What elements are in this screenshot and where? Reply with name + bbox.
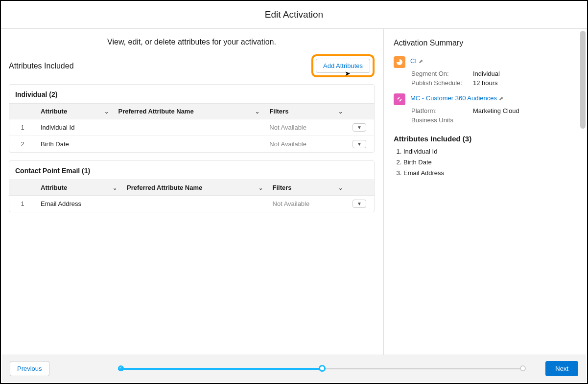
table-row: 1 Individual Id Not Available ▼ <box>9 119 374 136</box>
cell-preferred <box>114 136 265 153</box>
segment-on-label: Segment On: <box>411 70 469 77</box>
contact-point-email-table-section: Contact Point Email (1) Attribute⌄ Prefe… <box>9 160 375 212</box>
external-link-icon: ⬈ <box>499 95 503 101</box>
table-row: 1 Email Address Not Available ▼ <box>9 196 374 212</box>
chevron-down-icon: ⌄ <box>338 108 343 114</box>
col-filters[interactable]: Filters⌄ <box>268 180 348 196</box>
target-icon <box>394 93 405 105</box>
vertical-scrollbar[interactable] <box>579 30 586 356</box>
chevron-down-icon: ⌄ <box>255 108 259 114</box>
cell-preferred <box>122 196 267 212</box>
activation-summary-panel: Activation Summary CI⬈ Segment On:Indivi… <box>384 29 587 355</box>
chevron-down-icon: ⌄ <box>104 108 109 114</box>
progress-step-3[interactable] <box>520 365 526 371</box>
col-filters[interactable]: Filters⌄ <box>264 104 348 119</box>
cell-preferred <box>114 119 265 136</box>
list-item: Birth Date <box>403 158 577 166</box>
col-attribute[interactable]: Attribute⌄ <box>36 104 114 119</box>
segment-icon <box>394 56 405 68</box>
col-preferred[interactable]: Preferred Attribute Name⌄ <box>114 104 265 119</box>
col-num <box>9 180 36 196</box>
col-preferred[interactable]: Preferred Attribute Name⌄ <box>122 180 267 196</box>
cell-attribute: Individual Id <box>36 119 114 136</box>
business-units-label: Business Units <box>411 116 469 124</box>
cell-attribute: Email Address <box>36 196 122 212</box>
platform-label: Platform: <box>411 107 469 114</box>
progress-step-1-complete[interactable] <box>118 365 124 371</box>
individual-table-title: Individual (2) <box>9 85 374 103</box>
chevron-down-icon: ⌄ <box>113 184 117 191</box>
col-num <box>9 104 36 119</box>
segment-on-value: Individual <box>473 70 500 77</box>
modal-title: Edit Activation <box>265 9 323 20</box>
publish-schedule-label: Publish Schedule: <box>411 79 469 87</box>
attributes-included-summary-title: Attributes Included (3) <box>394 135 577 143</box>
row-actions-menu[interactable]: ▼ <box>353 200 366 208</box>
previous-button[interactable]: Previous <box>10 361 49 376</box>
table-row: 2 Birth Date Not Available ▼ <box>9 136 374 153</box>
chevron-down-icon: ⌄ <box>259 184 263 191</box>
cell-filters: Not Available <box>268 196 348 212</box>
row-number: 1 <box>9 119 36 136</box>
individual-table-section: Individual (2) Attribute⌄ Preferred Attr… <box>9 84 375 153</box>
contact-point-email-table-title: Contact Point Email (1) <box>9 161 374 180</box>
chevron-down-icon: ⌄ <box>338 184 343 191</box>
cell-attribute: Birth Date <box>36 136 114 153</box>
main-panel: View, edit, or delete attributes for you… <box>1 29 384 355</box>
attributes-included-heading: Attributes Included <box>9 62 74 70</box>
ci-link[interactable]: CI⬈ <box>410 57 423 65</box>
subtitle: View, edit, or delete attributes for you… <box>9 38 375 46</box>
summary-title: Activation Summary <box>394 39 577 47</box>
external-link-icon: ⬈ <box>419 58 423 64</box>
row-number: 1 <box>9 196 36 212</box>
col-actions <box>348 180 374 196</box>
row-actions-menu[interactable]: ▼ <box>353 123 366 132</box>
attributes-included-list: Individual Id Birth Date Email Address <box>403 148 577 177</box>
progress-step-2-current[interactable] <box>319 365 326 372</box>
publish-schedule-value: 12 hours <box>473 79 498 87</box>
row-number: 2 <box>9 136 36 153</box>
cell-filters: Not Available <box>264 119 348 136</box>
platform-value: Marketing Cloud <box>473 107 519 114</box>
scrollbar-thumb[interactable] <box>580 31 586 129</box>
cell-filters: Not Available <box>264 136 348 153</box>
list-item: Individual Id <box>403 148 577 155</box>
modal-header: Edit Activation <box>1 1 587 29</box>
progress-indicator <box>118 367 526 370</box>
col-actions <box>348 104 374 119</box>
add-attributes-highlight: Add Attributes <box>311 54 375 77</box>
mc-audiences-link[interactable]: MC - Customer 360 Audiences⬈ <box>410 94 503 102</box>
add-attributes-button[interactable]: Add Attributes <box>316 59 370 73</box>
row-actions-menu[interactable]: ▼ <box>353 140 366 148</box>
list-item: Email Address <box>403 169 577 177</box>
next-button[interactable]: Next <box>545 361 578 376</box>
col-attribute[interactable]: Attribute⌄ <box>36 180 122 196</box>
wizard-footer: Previous Next <box>2 355 586 382</box>
